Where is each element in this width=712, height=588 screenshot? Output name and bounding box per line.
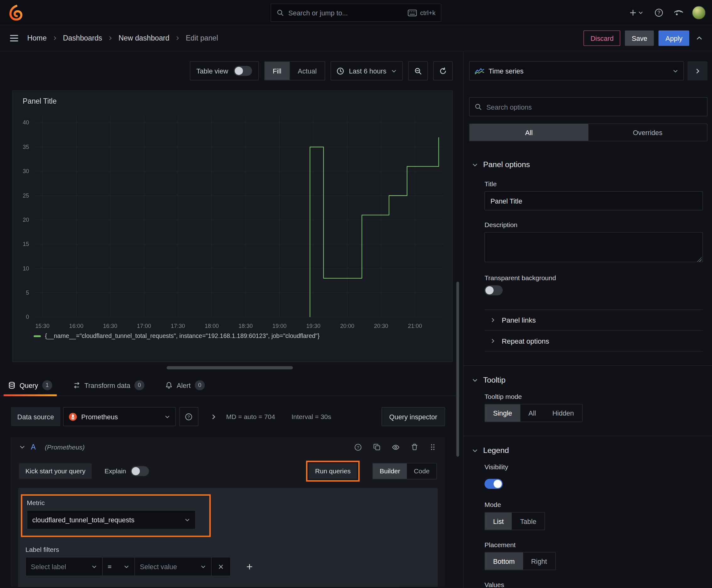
svg-text:21:00: 21:00 bbox=[408, 323, 422, 329]
datasource-help-button[interactable]: ? bbox=[179, 407, 198, 426]
panel-links-header[interactable]: Panel links bbox=[484, 309, 703, 331]
grafana-logo-icon[interactable] bbox=[8, 4, 24, 21]
options-search[interactable] bbox=[469, 97, 707, 117]
metric-label: Metric bbox=[27, 499, 196, 507]
fill-option[interactable]: Fill bbox=[265, 62, 290, 80]
tooltip-mode-label: Tooltip mode bbox=[484, 393, 703, 400]
operator-value: = bbox=[108, 563, 112, 570]
legend-placement-bottom[interactable]: Bottom bbox=[485, 552, 523, 570]
legend-header[interactable]: Legend bbox=[469, 446, 707, 455]
legend-visibility-toggle[interactable] bbox=[484, 479, 503, 489]
clock-icon bbox=[337, 67, 344, 75]
discard-button[interactable]: Discard bbox=[584, 30, 620, 46]
collapse-header-button[interactable] bbox=[694, 33, 705, 44]
description-textarea[interactable] bbox=[484, 232, 703, 262]
drag-handle[interactable] bbox=[429, 443, 437, 452]
legend-mode-table[interactable]: Table bbox=[512, 512, 545, 530]
tab-alert[interactable]: Alert 0 bbox=[161, 375, 209, 396]
breadcrumb-dashboards[interactable]: Dashboards bbox=[63, 34, 102, 42]
tab-alert-count: 0 bbox=[195, 380, 205, 391]
builder-option[interactable]: Builder bbox=[373, 463, 407, 479]
tab-overrides[interactable]: Overrides bbox=[588, 124, 707, 141]
actual-option[interactable]: Actual bbox=[289, 62, 325, 80]
breadcrumb-home[interactable]: Home bbox=[27, 34, 47, 42]
news-broadcast-button[interactable] bbox=[672, 6, 685, 19]
grafana-edit-panel-page: Search or jump to... ctrl+k ? Home bbox=[0, 0, 712, 588]
query-ref-id[interactable]: A bbox=[31, 443, 36, 451]
time-range-picker[interactable]: Last 6 hours bbox=[331, 61, 403, 80]
resize-grip-icon[interactable] bbox=[697, 257, 702, 261]
select-label-dropdown[interactable]: Select label bbox=[25, 557, 103, 576]
chevron-down-icon[interactable] bbox=[19, 444, 25, 450]
zoom-out-icon bbox=[414, 67, 422, 75]
save-button[interactable]: Save bbox=[625, 30, 654, 46]
new-dropdown-button[interactable] bbox=[628, 7, 645, 18]
user-avatar[interactable] bbox=[692, 6, 706, 19]
chart-legend-item[interactable]: {__name__="cloudflared_tunnel_total_requ… bbox=[34, 333, 447, 339]
query-help-button[interactable]: ? bbox=[353, 442, 363, 452]
operator-dropdown[interactable]: = bbox=[102, 557, 135, 576]
datasource-label: Data source bbox=[11, 407, 60, 426]
delete-query-button[interactable] bbox=[410, 443, 419, 452]
repeat-options-header[interactable]: Repeat options bbox=[484, 331, 703, 352]
eye-icon bbox=[392, 443, 400, 451]
options-search-input[interactable] bbox=[486, 103, 702, 111]
tooltip-mode-all[interactable]: All bbox=[520, 404, 544, 422]
table-view-toggle[interactable] bbox=[234, 66, 252, 76]
breadcrumb-new-dashboard[interactable]: New dashboard bbox=[118, 34, 169, 42]
chevron-right-icon bbox=[490, 317, 496, 323]
global-search-input[interactable]: Search or jump to... ctrl+k bbox=[271, 4, 441, 22]
grip-icon bbox=[429, 443, 436, 451]
hide-query-button[interactable] bbox=[391, 442, 400, 452]
time-series-chart[interactable]: 051015202530354015:3016:0016:3017:0017:3… bbox=[18, 109, 447, 333]
duplicate-query-button[interactable] bbox=[372, 443, 382, 452]
kick-start-button[interactable]: Kick start your query bbox=[19, 463, 92, 479]
help-circle-icon: ? bbox=[185, 413, 193, 421]
apply-button[interactable]: Apply bbox=[659, 30, 689, 46]
svg-text:18:00: 18:00 bbox=[205, 323, 219, 329]
tab-query[interactable]: Query 1 bbox=[4, 375, 57, 396]
query-inspector-button[interactable]: Query inspector bbox=[382, 407, 445, 426]
tooltip-header[interactable]: Tooltip bbox=[469, 376, 707, 385]
add-filter-button[interactable] bbox=[239, 557, 260, 576]
remove-filter-button[interactable] bbox=[212, 557, 231, 576]
horizontal-scrollbar[interactable] bbox=[167, 366, 293, 370]
help-button[interactable]: ? bbox=[653, 6, 666, 19]
legend-body: Visibility Mode List Table Placement Bot… bbox=[469, 463, 707, 588]
svg-text:16:00: 16:00 bbox=[69, 323, 83, 329]
visualization-picker[interactable]: Time series bbox=[469, 61, 684, 80]
table-view-control: Table view bbox=[190, 61, 259, 80]
datasource-row: Data source Prometheus ? MD = auto = 704… bbox=[11, 407, 445, 426]
chevron-down-icon bbox=[472, 162, 478, 168]
code-option[interactable]: Code bbox=[407, 463, 436, 479]
chevron-down-icon bbox=[91, 564, 97, 569]
tooltip-mode-hidden[interactable]: Hidden bbox=[544, 404, 582, 422]
explain-toggle[interactable] bbox=[131, 466, 149, 476]
transparent-background-toggle[interactable] bbox=[484, 285, 503, 295]
query-row-header[interactable]: A (Prometheus) ? bbox=[11, 437, 445, 457]
chevron-right-icon bbox=[108, 36, 113, 41]
legend-placement-group: Bottom Right bbox=[484, 552, 555, 570]
tooltip-mode-single[interactable]: Single bbox=[485, 404, 520, 422]
expand-options-button[interactable] bbox=[209, 412, 219, 422]
legend-placement-right[interactable]: Right bbox=[523, 552, 555, 570]
metric-select[interactable]: cloudflared_tunnel_total_requests bbox=[27, 510, 196, 529]
run-queries-button[interactable]: Run queries bbox=[309, 463, 357, 479]
zoom-out-button[interactable] bbox=[408, 61, 428, 80]
panel-options-header[interactable]: Panel options bbox=[469, 161, 707, 170]
left-pane-scrollbar[interactable] bbox=[456, 282, 459, 457]
tab-transform[interactable]: Transform data 0 bbox=[68, 375, 149, 396]
legend-mode-label: Mode bbox=[484, 501, 703, 508]
menu-toggle-button[interactable] bbox=[7, 31, 21, 45]
label-filters-label: Label filters bbox=[25, 546, 430, 553]
panel-title[interactable]: Panel Title bbox=[18, 96, 57, 109]
visibility-label: Visibility bbox=[484, 463, 703, 470]
datasource-picker[interactable]: Prometheus bbox=[63, 407, 176, 426]
legend-mode-list[interactable]: List bbox=[485, 512, 512, 530]
toggle-options-pane-button[interactable] bbox=[688, 61, 708, 80]
refresh-button[interactable] bbox=[433, 61, 453, 80]
panel-title-input[interactable] bbox=[484, 191, 703, 210]
refresh-icon bbox=[439, 67, 447, 75]
select-value-dropdown[interactable]: Select value bbox=[134, 557, 212, 576]
tab-all-options[interactable]: All bbox=[470, 124, 588, 141]
